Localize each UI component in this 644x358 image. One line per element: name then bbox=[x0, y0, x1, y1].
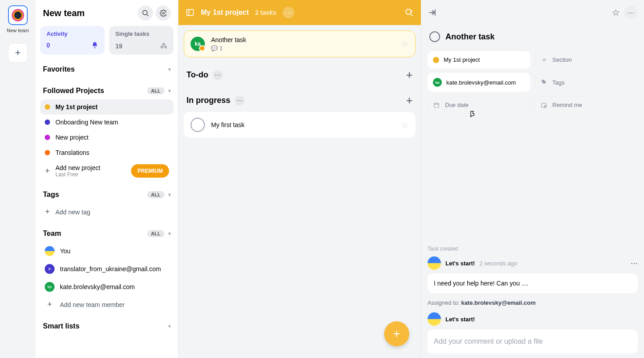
filter-search-icon[interactable] bbox=[405, 8, 414, 17]
task-checkbox[interactable] bbox=[191, 118, 205, 132]
calendar-icon bbox=[433, 102, 441, 108]
task-name: Another task bbox=[211, 36, 394, 43]
project-color-dot bbox=[45, 135, 50, 140]
detail-more-button[interactable]: ⋯ bbox=[624, 6, 638, 19]
project-color-dot bbox=[45, 119, 50, 125]
search-icon[interactable] bbox=[138, 5, 153, 21]
workspace-label: New team bbox=[7, 28, 29, 33]
panel-icon[interactable] bbox=[186, 8, 195, 17]
project-header: My 1st project 2 tasks ⋯ bbox=[178, 0, 421, 25]
task-row[interactable]: My first task ☆ bbox=[184, 112, 415, 138]
sidebar-project-item[interactable]: Translations bbox=[40, 145, 174, 160]
remind-field[interactable]: Remind me bbox=[535, 96, 638, 114]
activity-time: 2 seconds ago bbox=[479, 260, 517, 267]
project-name: New project bbox=[55, 134, 89, 141]
premium-button[interactable]: PREMIUM bbox=[131, 164, 169, 178]
group-title: In progress bbox=[186, 96, 230, 105]
activity-card[interactable]: Activity 0 bbox=[40, 26, 105, 55]
add-tag-button[interactable]: + Add new tag bbox=[40, 203, 174, 221]
activity-created-label: Task created bbox=[428, 246, 638, 252]
assignee-avatar: ka bbox=[191, 37, 205, 51]
project-name: Onboarding New team bbox=[55, 119, 118, 126]
reminder-icon bbox=[541, 102, 548, 108]
chevron-down-icon: ▾ bbox=[168, 230, 171, 237]
project-field[interactable]: My 1st project bbox=[428, 51, 530, 68]
task-detail-panel: ☆ ⋯ Another task My 1st project ≡ Sectio… bbox=[421, 0, 644, 358]
smart-lists-section[interactable]: Smart lists ▾ bbox=[40, 320, 174, 333]
project-name: My 1st project bbox=[55, 103, 97, 111]
comment-count: 💬 1 bbox=[211, 45, 394, 51]
sidebar-project-item[interactable]: My 1st project bbox=[40, 99, 174, 115]
project-color-dot bbox=[45, 104, 50, 110]
gear-icon[interactable] bbox=[156, 5, 171, 21]
bell-icon bbox=[91, 42, 98, 49]
team-member-item[interactable]: kakate.brolevsky@email.com bbox=[40, 278, 174, 296]
team-member-item[interactable]: You bbox=[40, 242, 174, 260]
project-color-dot bbox=[45, 150, 50, 155]
activity-avatar bbox=[428, 312, 441, 326]
add-workspace-button[interactable]: + bbox=[8, 43, 28, 63]
add-task-button[interactable]: + bbox=[406, 94, 413, 107]
chevron-down-icon: ▾ bbox=[168, 323, 171, 329]
svg-point-1 bbox=[162, 12, 164, 14]
sidebar-project-item[interactable]: Onboarding New team bbox=[40, 115, 174, 130]
project-name: Translations bbox=[55, 149, 89, 156]
member-avatar: tr bbox=[45, 264, 55, 274]
team-title: New team bbox=[43, 8, 85, 18]
member-avatar bbox=[45, 246, 55, 256]
star-icon[interactable]: ☆ bbox=[401, 38, 409, 49]
task-name: My first task bbox=[211, 121, 394, 128]
activity-author: Let's start! bbox=[445, 260, 475, 267]
sidebar-project-item[interactable]: New project bbox=[40, 130, 174, 145]
task-complete-checkbox[interactable] bbox=[429, 31, 440, 42]
fab-add-button[interactable]: + bbox=[384, 321, 409, 346]
project-view: My 1st project 2 tasks ⋯ ka Another task… bbox=[178, 0, 421, 358]
add-member-button[interactable]: +Add new team member bbox=[40, 296, 174, 313]
team-section[interactable]: Team ALL ▾ bbox=[40, 227, 174, 240]
comment-body: I need your help here! Can you .... bbox=[428, 273, 638, 293]
assignee-field[interactable]: ka kate.brolevsky@email.com bbox=[428, 73, 530, 92]
add-task-button[interactable]: + bbox=[406, 68, 413, 82]
svg-rect-2 bbox=[187, 9, 194, 15]
activity-more-button[interactable]: ⋯ bbox=[631, 259, 638, 268]
activity-author: Let's start! bbox=[445, 316, 475, 323]
collapse-icon[interactable] bbox=[428, 8, 436, 17]
comment-input[interactable]: Add your comment or upload a file bbox=[428, 329, 638, 354]
add-project-button[interactable]: + Add new projectLast Free PREMIUM bbox=[40, 160, 174, 182]
task-row[interactable]: ka Another task 💬 1 ☆ bbox=[184, 30, 415, 57]
chevron-down-icon: ▾ bbox=[168, 66, 171, 72]
project-more-button[interactable]: ⋯ bbox=[283, 7, 294, 18]
tasks-icon: ⁂ bbox=[160, 42, 167, 50]
group-more-button[interactable]: ⋯ bbox=[235, 96, 245, 106]
all-pill[interactable]: ALL bbox=[147, 191, 165, 198]
single-tasks-card[interactable]: Single tasks 19 ⁂ bbox=[109, 26, 174, 55]
activity-avatar bbox=[428, 256, 441, 270]
tags-section[interactable]: Tags ALL ▾ bbox=[40, 188, 174, 201]
svg-point-0 bbox=[143, 10, 147, 15]
activity-section: Task created Let's start! 2 seconds ago … bbox=[421, 241, 644, 358]
member-name: kate.brolevsky@email.com bbox=[60, 283, 135, 290]
task-title: Another task bbox=[445, 32, 495, 42]
member-name: translator_from_ukraine@gmail.com bbox=[60, 265, 161, 273]
chevron-down-icon: ▾ bbox=[168, 88, 171, 94]
followed-projects-section[interactable]: Followed Projects ALL ▾ bbox=[40, 84, 174, 98]
svg-rect-4 bbox=[434, 103, 439, 107]
all-pill[interactable]: ALL bbox=[147, 230, 165, 237]
project-task-count: 2 tasks bbox=[255, 9, 276, 16]
team-member-item[interactable]: trtranslator_from_ukraine@gmail.com bbox=[40, 260, 174, 278]
svg-point-3 bbox=[406, 9, 411, 15]
tags-field[interactable]: Tags bbox=[535, 73, 638, 92]
assigned-to-line: Assigned to: kate.brolevsky@email.com bbox=[428, 299, 638, 306]
workspace-avatar[interactable] bbox=[8, 5, 28, 25]
comment-icon: 💬 bbox=[211, 45, 218, 51]
sidebar: New team Activity 0 Single tasks 19 ⁂ bbox=[36, 0, 178, 358]
group-more-button[interactable]: ⋯ bbox=[213, 70, 223, 80]
section-field[interactable]: ≡ Section bbox=[535, 51, 638, 68]
project-color-dot bbox=[433, 57, 439, 63]
all-pill[interactable]: ALL bbox=[147, 87, 165, 94]
favorites-section[interactable]: Favorites ▾ bbox=[40, 63, 174, 76]
chevron-down-icon: ▾ bbox=[168, 192, 171, 198]
star-icon[interactable]: ☆ bbox=[401, 119, 409, 130]
due-date-field[interactable]: Due date bbox=[428, 96, 530, 114]
star-icon[interactable]: ☆ bbox=[612, 7, 620, 18]
